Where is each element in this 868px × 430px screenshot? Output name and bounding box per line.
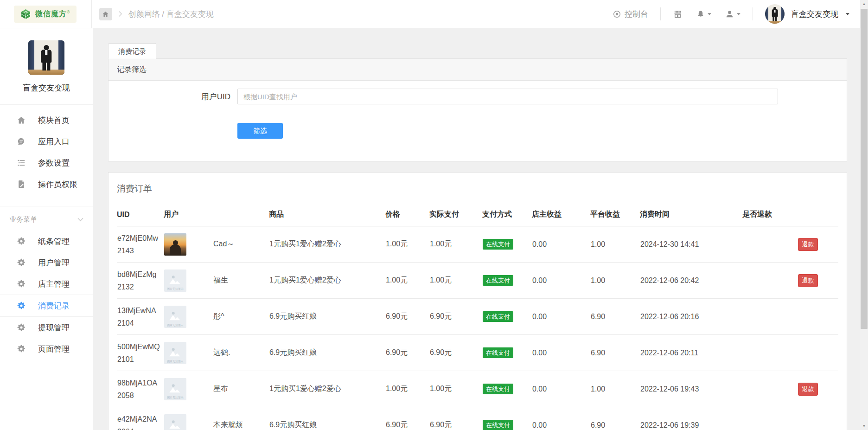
orders-table: UID用户商品价格实际支付支付方式店主收益平台收益消费时间是否退款 e72MjE… <box>117 206 838 430</box>
column-header: 用户 <box>164 206 269 226</box>
breadcrumb-home-icon[interactable] <box>99 8 112 20</box>
sidebar-item-gear-5[interactable]: 页面管理 <box>0 338 93 359</box>
top-header: 微信魔方® 创颜网络 / 盲盒交友变现 控制台 <box>0 0 868 28</box>
filter-button[interactable]: 筛选 <box>237 123 283 139</box>
sidebar-item-file-edit-3[interactable]: 操作员权限 <box>0 173 93 195</box>
payment-method-badge: 在线支付 <box>483 275 513 286</box>
column-header: 平台收益 <box>590 206 640 226</box>
sidebar-item-gear-2[interactable]: 店主管理 <box>0 273 93 295</box>
divider <box>753 7 753 20</box>
comment-icon <box>17 137 26 146</box>
notifications-button[interactable] <box>696 10 711 19</box>
column-header: 商品 <box>269 206 385 226</box>
gear-icon <box>17 344 26 353</box>
vertical-scrollbar[interactable]: ▲ ▼ <box>860 0 868 430</box>
orders-panel-title: 消费订单 <box>117 183 838 195</box>
orders-header-row: UID用户商品价格实际支付支付方式店主收益平台收益消费时间是否退款 <box>117 206 838 226</box>
file-edit-icon <box>17 180 26 189</box>
column-header: 实际支付 <box>429 206 482 226</box>
account-switcher[interactable]: 盲盒交友变现 <box>765 4 849 24</box>
breadcrumb: 创颜网络 / 盲盒交友变现 <box>128 9 214 19</box>
divider <box>660 7 661 20</box>
chevron-down-icon <box>846 13 849 15</box>
uid-input[interactable] <box>237 89 778 104</box>
bell-icon <box>696 10 705 19</box>
store-icon[interactable] <box>673 9 683 19</box>
order-row: 13fMjEwNA2104 图片无法显示 彤^ 6.9元购买红娘 6.90元 6… <box>117 299 838 335</box>
refund-button[interactable]: 退款 <box>798 238 818 251</box>
chevron-icon <box>77 218 83 222</box>
sidebar-profile: 盲盒交友变现 <box>0 28 93 93</box>
gear-icon <box>17 279 26 289</box>
module-avatar <box>28 40 64 75</box>
column-header: 价格 <box>385 206 429 226</box>
sidebar-section-business[interactable]: 业务菜单 <box>0 208 93 231</box>
breadcrumb-chevron-icon <box>118 11 123 17</box>
user-avatar: 图片无法显示 <box>164 378 186 400</box>
filter-panel-header: 记录筛选 <box>108 59 847 81</box>
chevron-down-icon <box>737 13 740 15</box>
refund-button[interactable]: 退款 <box>798 274 818 287</box>
gear-icon <box>17 323 26 332</box>
tab-consumption-records[interactable]: 消费记录 <box>108 43 156 59</box>
order-row: 500MjEwMQ2101 图片无法显示 远鹤. 6.9元购买红娘 6.90元 … <box>117 335 838 371</box>
payment-method-badge: 在线支付 <box>483 420 513 430</box>
account-avatar <box>765 4 785 24</box>
filter-panel-body: 用户UID 筛选 <box>108 81 847 161</box>
order-row: e42MjA2NA2064 图片无法显示 本来就烦 6.9元购买红娘 6.90元… <box>117 407 838 430</box>
column-header: UID <box>117 206 164 226</box>
sidebar-item-comment-1[interactable]: 应用入口 <box>0 131 93 152</box>
console-icon <box>613 10 621 19</box>
divider <box>91 0 92 28</box>
sidebar-menu: 模块首页 应用入口 参数设置 操作员权限 <box>0 105 93 195</box>
user-avatar: 图片无法显示 <box>164 342 186 364</box>
payment-method-badge: 在线支付 <box>483 347 513 358</box>
payment-method-badge: 在线支付 <box>483 384 513 394</box>
payment-method-badge: 在线支付 <box>483 311 513 322</box>
app-logo[interactable]: 微信魔方® <box>14 6 77 23</box>
scroll-down-icon[interactable]: ▼ <box>860 422 868 430</box>
column-header: 支付方式 <box>482 206 532 226</box>
orders-panel: 消费订单 UID用户商品价格实际支付支付方式店主收益平台收益消费时间是否退款 e… <box>108 172 847 430</box>
sidebar-item-gear-3[interactable]: 消费记录 <box>0 295 93 316</box>
sidebar-item-sliders-2[interactable]: 参数设置 <box>0 152 93 173</box>
order-row: 98bMjA1OA2058 图片无法显示 星布 1元购买1爱心赠2爱心 1.00… <box>117 371 838 407</box>
home-icon <box>17 116 26 125</box>
header-actions: 控制台 <box>613 4 868 24</box>
column-header: 店主收益 <box>532 206 590 226</box>
column-header: 是否退款 <box>742 206 838 226</box>
sidebar-item-gear-0[interactable]: 纸条管理 <box>0 231 93 252</box>
user-avatar: 图片无法显示 <box>164 306 186 328</box>
user-avatar <box>164 233 186 256</box>
gear-icon <box>17 237 26 246</box>
divider <box>0 206 93 206</box>
user-avatar: 图片无法显示 <box>164 414 186 430</box>
scrollbar-thumb[interactable] <box>861 9 868 329</box>
sidebar: 盲盒交友变现 模块首页 应用入口 参数设置 操作员权限 业务菜单 纸条管理 用户… <box>0 28 93 430</box>
logo-cube-icon <box>20 8 32 20</box>
logo-text: 微信魔方® <box>35 9 70 19</box>
account-name: 盲盒交友变现 <box>791 9 838 19</box>
sidebar-item-gear-4[interactable]: 提现管理 <box>0 317 93 338</box>
refund-button[interactable]: 退款 <box>798 383 818 396</box>
scroll-up-icon[interactable]: ▲ <box>860 0 868 8</box>
sidebar-item-home-0[interactable]: 模块首页 <box>0 109 93 131</box>
order-row: bd8MjEzMg2132 图片无法显示 福生 1元购买1爱心赠2爱心 1.00… <box>117 263 838 299</box>
console-button[interactable]: 控制台 <box>613 9 648 19</box>
payment-method-badge: 在线支付 <box>483 239 513 250</box>
user-avatar: 图片无法显示 <box>164 270 186 292</box>
sidebar-business-menu: 纸条管理 用户管理 店主管理 消费记录 提现管理 页面管理 <box>0 231 93 359</box>
filter-panel: 记录筛选 用户UID 筛选 <box>108 58 847 161</box>
gear-icon <box>17 301 26 310</box>
order-row: e72MjE0Mw2143 Cad～ 1元购买1爱心赠2爱心 1.00元 1.0… <box>117 226 838 263</box>
column-header: 消费时间 <box>640 206 742 226</box>
uid-label: 用户UID <box>108 91 230 102</box>
sliders-icon <box>17 158 26 167</box>
chevron-down-icon <box>708 13 711 15</box>
user-menu-button[interactable] <box>725 10 740 19</box>
gear-icon <box>17 258 26 267</box>
module-name: 盲盒交友变现 <box>0 83 93 93</box>
sidebar-item-gear-1[interactable]: 用户管理 <box>0 252 93 273</box>
person-icon <box>725 10 734 19</box>
main-content: 消费记录 记录筛选 用户UID 筛选 消费订单 UID用户商品价格实际支付支付方… <box>93 28 860 430</box>
